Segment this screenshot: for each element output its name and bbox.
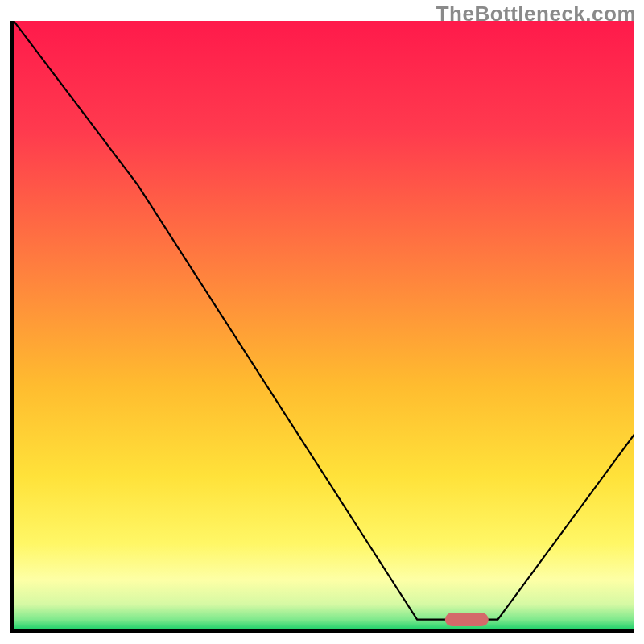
plot-area (10, 21, 634, 633)
chart-container: TheBottleneck.com (0, 0, 644, 644)
optimum-marker (445, 613, 489, 626)
bottleneck-curve (14, 21, 634, 620)
curve-layer (14, 21, 634, 629)
